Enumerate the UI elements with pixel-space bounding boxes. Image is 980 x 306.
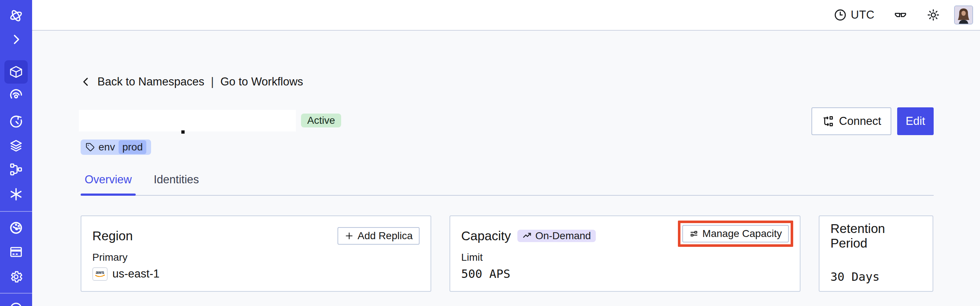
sidebar-item-namespaces-cube-icon[interactable]	[9, 65, 23, 79]
retention-card-title: Retention Period	[830, 221, 922, 250]
sidebar-item-usage-gauge-icon[interactable]	[9, 220, 23, 235]
theme-sun-icon[interactable]	[926, 8, 940, 22]
user-avatar[interactable]	[954, 5, 973, 24]
main-content: Back to Namespaces | Go to Workflows Con…	[81, 31, 934, 292]
env-tag-chip[interactable]: env prod	[81, 140, 151, 155]
sidebar-divider	[0, 293, 32, 293]
namespace-title-row: Active	[81, 110, 934, 131]
region-value: us-east-1	[112, 267, 159, 280]
cards-row: Region Add Replica Primary aws	[81, 215, 934, 292]
breadcrumb-separator: |	[210, 75, 215, 88]
capacity-card: Capacity On-Demand	[450, 215, 800, 292]
glasses-icon[interactable]	[894, 8, 907, 22]
manage-capacity-label: Manage Capacity	[702, 228, 782, 239]
sidebar	[0, 0, 32, 306]
sidebar-item-schedules-clock-icon[interactable]	[9, 114, 23, 129]
capacity-card-title: Capacity	[461, 229, 511, 243]
add-replica-button[interactable]: Add Replica	[337, 227, 420, 245]
breadcrumb-workflows-link[interactable]: Go to Workflows	[220, 75, 303, 88]
sidebar-item-help-icon[interactable]	[9, 301, 23, 306]
sidebar-item-monitor-spiral-icon[interactable]	[9, 89, 23, 104]
sidebar-item-nexus-asterisk-icon[interactable]	[9, 187, 23, 202]
clock-icon[interactable]	[833, 8, 847, 22]
sidebar-item-settings-gear-icon[interactable]	[9, 269, 23, 284]
aws-logo-icon: aws	[92, 267, 108, 281]
tab-overview[interactable]: Overview	[81, 173, 136, 195]
tab-identities[interactable]: Identities	[150, 173, 203, 195]
back-chevron-icon[interactable]	[81, 76, 92, 87]
tag-icon	[85, 142, 95, 152]
topbar: UTC	[32, 0, 980, 31]
add-replica-label: Add Replica	[358, 230, 413, 242]
ondemand-badge: On-Demand	[517, 230, 596, 242]
trend-up-icon	[522, 231, 532, 241]
manage-capacity-button[interactable]: Manage Capacity	[682, 225, 789, 242]
sidebar-item-pipeline-branch-icon[interactable]	[9, 162, 23, 177]
breadcrumb: Back to Namespaces | Go to Workflows	[81, 75, 934, 88]
tags-row: env prod	[81, 140, 934, 155]
sidebar-item-billing-card-icon[interactable]	[9, 245, 23, 259]
manage-capacity-highlight: Manage Capacity	[678, 220, 793, 247]
region-card: Region Add Replica Primary aws	[81, 215, 431, 292]
breadcrumb-back-link[interactable]: Back to Namespaces	[97, 75, 204, 88]
tag-value: prod	[119, 140, 146, 154]
namespace-name-redacted	[79, 110, 296, 131]
timezone-label[interactable]: UTC	[851, 8, 875, 22]
namespace-name-dot	[181, 131, 185, 134]
region-card-title: Region	[92, 229, 133, 243]
retention-value: 30 Days	[830, 270, 880, 284]
sliders-icon	[689, 229, 699, 239]
primary-label: Primary	[92, 251, 420, 264]
retention-card: Retention Period 30 Days	[819, 215, 933, 292]
capacity-limit-value: 500 APS	[461, 267, 511, 281]
svg-text:aws: aws	[95, 270, 104, 275]
limit-label: Limit	[461, 251, 789, 264]
sidebar-item-layers-stack-icon[interactable]	[9, 139, 23, 153]
temporal-logo-icon[interactable]	[9, 8, 23, 23]
sidebar-expand-chevron-icon[interactable]	[9, 32, 23, 47]
ondemand-badge-label: On-Demand	[535, 230, 591, 242]
sidebar-divider	[0, 211, 32, 212]
tab-bar: Overview Identities	[81, 173, 934, 196]
plus-icon	[344, 231, 354, 241]
tag-key: env	[99, 141, 115, 153]
status-badge: Active	[301, 113, 341, 128]
